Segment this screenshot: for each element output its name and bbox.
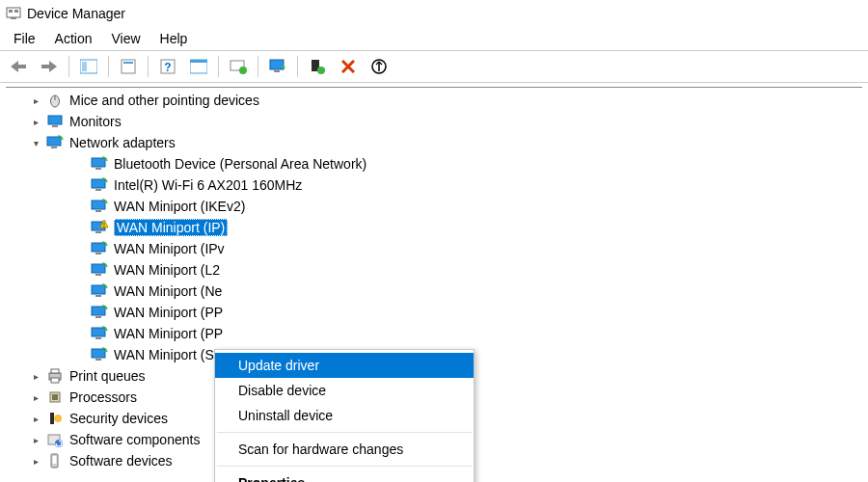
menu-help[interactable]: Help xyxy=(150,29,198,48)
disable-button[interactable] xyxy=(365,53,393,80)
console-icon xyxy=(80,59,97,74)
net-icon xyxy=(91,282,108,300)
scan-hardware-button[interactable] xyxy=(224,53,253,80)
help-icon: ? xyxy=(160,59,176,74)
chevron-right-icon[interactable]: ▸ xyxy=(29,414,42,424)
chevron-right-icon[interactable]: ▸ xyxy=(29,117,42,127)
tree-row[interactable]: Intel(R) Wi-Fi 6 AX201 160MHz xyxy=(6,174,862,196)
svg-rect-29 xyxy=(92,201,105,209)
add-legacy-hardware-button[interactable] xyxy=(303,53,332,80)
tree-item-label: Mice and other pointing devices xyxy=(69,93,259,108)
forward-button[interactable] xyxy=(35,53,64,80)
x-icon xyxy=(341,60,355,73)
tree-item-label: Print queues xyxy=(69,368,146,384)
chevron-right-icon[interactable]: ▸ xyxy=(29,435,42,445)
svg-rect-36 xyxy=(95,253,101,254)
swdev-icon xyxy=(46,452,64,469)
tree-item-label: WAN Miniport (PP xyxy=(114,326,223,341)
context-menu-item[interactable]: Properties xyxy=(215,470,474,482)
tree-item-label: Network adapters xyxy=(69,135,176,150)
svg-rect-51 xyxy=(52,394,58,400)
svg-rect-15 xyxy=(274,70,280,72)
svg-rect-21 xyxy=(48,116,62,124)
menu-separator xyxy=(217,432,472,433)
tree-row[interactable]: ▸Monitors xyxy=(6,111,862,132)
chevron-right-icon[interactable]: ▸ xyxy=(29,392,42,403)
tree-row[interactable]: ▾Network adapters xyxy=(6,132,862,153)
mouse-icon xyxy=(46,92,64,109)
tree-row[interactable]: !WAN Miniport (IP) xyxy=(6,217,862,238)
tree-row[interactable]: WAN Miniport (IKEv2) xyxy=(6,196,862,217)
tree-row[interactable]: WAN Miniport (PP xyxy=(6,302,862,323)
net-icon xyxy=(91,346,108,363)
svg-text:!: ! xyxy=(103,222,105,228)
svg-rect-48 xyxy=(51,369,59,373)
svg-rect-30 xyxy=(95,210,101,212)
net-icon xyxy=(91,176,108,194)
svg-rect-28 xyxy=(95,189,101,191)
toolbar-separator xyxy=(218,56,219,77)
context-menu-item[interactable]: Uninstall device xyxy=(215,403,474,428)
context-menu-item[interactable]: Scan for hardware changes xyxy=(215,437,474,462)
net-icon xyxy=(91,240,108,257)
update-driver-button[interactable] xyxy=(263,53,292,80)
toolbar-separator xyxy=(258,56,258,77)
chevron-right-icon[interactable]: ▸ xyxy=(29,95,42,106)
toolbar-separator xyxy=(297,56,298,77)
svg-rect-49 xyxy=(51,378,59,383)
chevron-down-icon[interactable]: ▾ xyxy=(29,138,42,148)
svg-rect-46 xyxy=(95,359,101,361)
menu-view[interactable]: View xyxy=(101,29,149,48)
svg-rect-35 xyxy=(92,243,105,252)
net-icon xyxy=(91,261,108,279)
printer-icon xyxy=(46,367,64,385)
show-hide-console-button[interactable] xyxy=(74,53,103,80)
app-icon xyxy=(6,6,21,21)
tree-row[interactable]: Bluetooth Device (Personal Area Network) xyxy=(6,153,862,174)
titlebar: Device Manager xyxy=(0,0,868,27)
help-button[interactable]: ? xyxy=(153,53,182,80)
properties-sheet-button[interactable] xyxy=(114,53,143,80)
tree-row[interactable]: WAN Miniport (PP xyxy=(6,323,862,344)
svg-rect-32 xyxy=(95,231,101,233)
net-icon xyxy=(91,325,108,342)
svg-point-13 xyxy=(239,67,247,74)
net-icon xyxy=(91,155,108,173)
tree-row[interactable]: ▸Mice and other pointing devices xyxy=(6,90,862,111)
arrow-left-icon xyxy=(11,61,26,72)
net-warn-icon: ! xyxy=(91,219,108,236)
net-icon xyxy=(91,304,108,321)
properties-sheet-icon xyxy=(121,59,136,74)
tree-row[interactable]: WAN Miniport (Ne xyxy=(6,281,862,302)
svg-rect-42 xyxy=(95,316,101,318)
uninstall-button[interactable] xyxy=(334,53,363,80)
svg-rect-14 xyxy=(270,60,284,69)
chevron-right-icon[interactable]: ▸ xyxy=(29,456,42,467)
monitor-sm-icon xyxy=(46,113,64,130)
context-menu-item[interactable]: Disable device xyxy=(215,378,474,403)
menu-separator xyxy=(217,466,472,467)
chevron-right-icon[interactable]: ▸ xyxy=(29,371,42,382)
tree-item-label: WAN Miniport (IP) xyxy=(114,219,228,236)
svg-rect-24 xyxy=(51,147,57,148)
tree-row[interactable]: WAN Miniport (L2 xyxy=(6,259,862,281)
menu-file[interactable]: File xyxy=(4,29,45,48)
monitor-up-icon xyxy=(269,59,286,74)
tree-item-label: Bluetooth Device (Personal Area Network) xyxy=(114,156,366,172)
cpu-icon xyxy=(46,388,64,406)
tree-item-label: Security devices xyxy=(69,411,168,426)
menu-action[interactable]: Action xyxy=(45,29,102,48)
disable-icon xyxy=(371,59,387,74)
tree-item-label: WAN Miniport (L2 xyxy=(114,262,220,278)
context-menu-item[interactable]: Update driver xyxy=(215,353,474,378)
svg-rect-26 xyxy=(95,168,101,170)
tree-item-label: Monitors xyxy=(69,114,122,129)
svg-rect-7 xyxy=(123,62,133,64)
svg-rect-3 xyxy=(11,17,16,19)
tree-row[interactable]: WAN Miniport (IPv xyxy=(6,238,862,259)
svg-rect-39 xyxy=(92,285,105,294)
action-props-button[interactable] xyxy=(184,53,213,80)
window-title: Device Manager xyxy=(27,6,125,21)
back-button[interactable] xyxy=(4,53,33,80)
svg-rect-25 xyxy=(92,158,105,167)
